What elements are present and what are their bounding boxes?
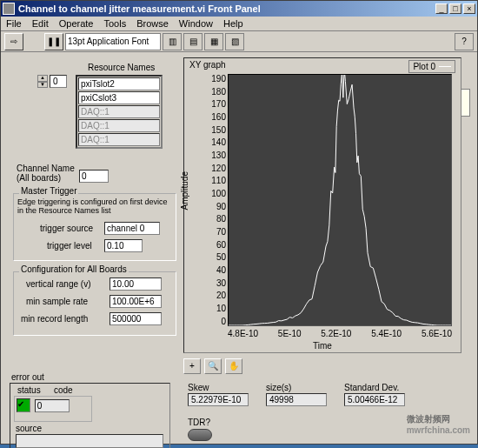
y-ticks: 1901801701601501401301201101009080706050… (203, 74, 226, 326)
channel-name-field[interactable]: 0 (79, 170, 109, 183)
maximize-button[interactable]: □ (449, 3, 461, 14)
resource-item[interactable]: DAQ::1 (78, 119, 160, 132)
resize-button[interactable]: ▧ (225, 33, 244, 50)
channel-name-label: Channel Name (All boards) (17, 164, 77, 183)
legend-label: Plot 0 (413, 62, 435, 71)
trigger-source-label: trigger source (40, 224, 93, 233)
graph-title: XY graph (189, 60, 226, 70)
menu-operate[interactable]: Operate (54, 17, 99, 30)
resource-names-label: Resource Names (88, 63, 155, 72)
plot-curve (229, 75, 451, 325)
tdr-label: TDR? (188, 418, 212, 427)
menu-help[interactable]: Help (218, 17, 249, 30)
window-title: Channel to channel jitter measurement.vi… (18, 3, 434, 14)
config-group: Configuration for All Boards vertical ra… (13, 271, 176, 336)
menu-file[interactable]: File (1, 17, 27, 30)
watermark: 微波射频网 mwrfchina.com (407, 410, 470, 435)
graph-legend[interactable]: Plot 0 (408, 60, 455, 73)
error-out-label: error out (11, 372, 44, 382)
align-button[interactable]: ▥ (163, 33, 182, 50)
zoom-tool-button[interactable]: 🔍 (204, 358, 222, 374)
help-button[interactable]: ? (455, 33, 474, 50)
skew-label: Skew (188, 383, 249, 392)
resource-item[interactable]: pxiCslot3 (78, 91, 160, 104)
graph-palette: + 🔍 ✋ (183, 358, 242, 374)
vertical-range-field[interactable]: 10.00 (110, 277, 162, 291)
tdr-control: TDR? (188, 418, 212, 441)
error-code-field: 0 (35, 399, 70, 412)
vertical-range-label: vertical range (v) (26, 279, 90, 289)
resource-index[interactable]: 0 (50, 75, 67, 88)
status-ok-icon: ✔ (17, 398, 30, 412)
pause-button[interactable]: ❚❚ (44, 33, 63, 50)
resource-item[interactable]: pxiTslot2 (78, 77, 160, 90)
error-source-field (16, 434, 163, 448)
code-label: code (54, 385, 73, 395)
trigger-source-field[interactable]: channel 0 (104, 222, 160, 235)
size-label: size(s) (266, 383, 327, 392)
menu-tools[interactable]: Tools (98, 17, 131, 30)
toolbar: ⇨ ❚❚ 13pt Application Font ▥ ▤ ▦ ▧ ? (1, 31, 477, 52)
menu-edit[interactable]: Edit (27, 17, 54, 30)
stddev-label: Standard Dev. (344, 383, 405, 392)
size-value: 49998 (266, 393, 327, 406)
stddev-value: 5.00466E-12 (344, 393, 405, 406)
distribute-button[interactable]: ▤ (183, 33, 202, 50)
resource-names-list: pxiTslot2 pxiCslot3 DAQ::1 DAQ::1 DAQ::1 (76, 75, 163, 149)
tdr-switch[interactable] (188, 429, 212, 441)
font-selector[interactable]: 13pt Application Font (65, 33, 161, 50)
master-trigger-title: Master Trigger (19, 186, 78, 196)
menubar: File Edit Operate Tools Browse Window He… (1, 17, 477, 31)
resource-item[interactable]: DAQ::1 (78, 133, 160, 146)
status-label: status (17, 385, 41, 395)
config-title: Configuration for All Boards (19, 264, 129, 274)
cursor-tool-button[interactable]: + (183, 358, 201, 374)
x-ticks: 4.8E-105E-105.2E-105.4E-105.6E-10 (228, 329, 452, 338)
min-sample-rate-label: min sample rate (26, 297, 88, 306)
minimize-button[interactable]: _ (435, 3, 448, 14)
legend-line-icon (439, 66, 451, 67)
y-axis-label: Amplitude (180, 171, 189, 210)
trigger-level-field[interactable]: 0.10 (104, 239, 143, 252)
x-axis-label: Time (313, 341, 332, 351)
resource-item[interactable]: DAQ::1 (78, 105, 160, 118)
source-label: source (16, 424, 42, 433)
plot-area[interactable] (228, 74, 452, 326)
menu-window[interactable]: Window (174, 17, 218, 30)
min-sample-rate-field[interactable]: 100.00E+6 (110, 295, 162, 308)
close-button[interactable]: × (463, 3, 475, 14)
run-button[interactable]: ⇨ (4, 33, 23, 50)
titlebar: Channel to channel jitter measurement.vi… (1, 1, 477, 17)
min-record-length-label: min record length (21, 314, 88, 324)
min-record-length-field[interactable]: 500000 (110, 312, 162, 325)
skew-value: 5.22979E-10 (188, 393, 249, 406)
reorder-button[interactable]: ▦ (204, 33, 223, 50)
error-out-cluster: status code ✔ 0 source (10, 383, 170, 448)
trigger-level-label: trigger level (47, 241, 92, 251)
master-trigger-group: Master Trigger Edge triggering is config… (13, 193, 176, 261)
menu-browse[interactable]: Browse (131, 17, 174, 30)
stats-row: Skew5.22979E-10 size(s)49998 Standard De… (188, 383, 405, 406)
xy-graph: XY graph Plot 0 Amplitude 19018017016015… (183, 57, 461, 353)
pan-tool-button[interactable]: ✋ (225, 358, 242, 374)
resource-index-stepper[interactable]: ▲▼ (37, 75, 48, 88)
app-icon (3, 3, 15, 15)
master-trigger-note: Edge triggering is configured on first d… (17, 197, 172, 215)
